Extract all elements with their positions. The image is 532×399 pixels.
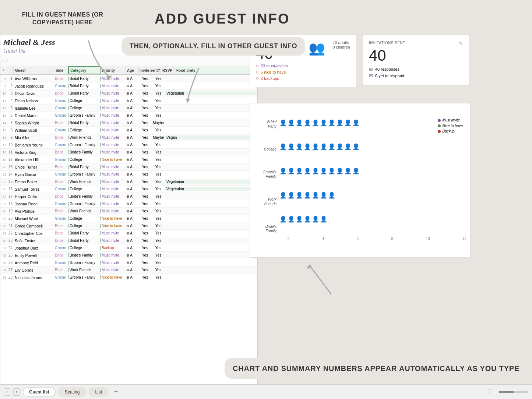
table-row: 17 10 Benjamin Young Groom Groom's Famil… <box>0 141 257 149</box>
chart-label-bridal: BridalParty <box>254 120 276 129</box>
table-row: 28 21 Grace Campbell Bride College Nice … <box>0 222 257 230</box>
col-header-guest: Guest <box>14 66 54 74</box>
people-icon: 👥 <box>309 40 325 56</box>
table-row: 26 19 Ava Phillips Bride Work Friends Mu… <box>0 208 257 215</box>
invitations-number: 40 <box>369 48 463 63</box>
table-row: 33 26 Anthony Reid Groom Groom's Family … <box>0 259 257 266</box>
table-row: 11 4 Ethan Nelson Groom College Must inv… <box>0 97 257 105</box>
yet-to-respond-stat: ✉ 0 yet to respond <box>369 73 463 79</box>
page-title: ADD GUEST INFO <box>155 11 290 27</box>
children-stat: 0 children <box>332 45 350 49</box>
chart-row-work: 👤 👤 👤 👤 👤 👤 👤 <box>279 186 466 205</box>
table-row: 24 17 Harper Collis Bride Bride's Family… <box>0 193 257 200</box>
table-row: 18 11 Victoria King Bride Bride's Family… <box>0 149 257 156</box>
table-row: 27 20 Michael Ward Groom College Nice to… <box>0 215 257 222</box>
nice-to-have-stat: ○ 5 nice to have <box>256 69 309 75</box>
tab-bar: ‹ › Guest list Seating List + ⋮ <box>0 384 532 399</box>
table-row: 22 15 Emma Baker Bride Work Friends Must… <box>0 178 257 186</box>
table-row: 14 7 Sophia Wright Bride Bridal Party Mu… <box>0 119 257 127</box>
chart-row-college: 👤 👤 👤 👤 👤 👤 👤 👤 👤 👤 <box>279 138 466 156</box>
col-header-category: Category <box>68 66 101 74</box>
spreadsheet: Michael & Jess Guest list 3–6 7 Guest Si… <box>0 35 258 384</box>
table-row: 34 27 Lily Collins Bride Work Friends Mu… <box>0 266 257 274</box>
chart-row-grooms: 👤 👤 👤 👤 👤 👤 👤 👤 👤 👤 <box>279 162 466 180</box>
table-row: 23 16 Samuel Torres Groom College Must i… <box>0 186 257 193</box>
col-header-age: Age <box>126 66 139 74</box>
col-header-invite: Invite sent? <box>139 66 161 74</box>
table-row: 20 13 Chloe Turner Bride Bridal Party Mu… <box>0 163 257 171</box>
callout-fill-names: FILL IN GUEST NAMES (OR COPY/PASTE) HERE <box>11 7 114 30</box>
chart-label-college: College <box>254 147 276 152</box>
chart-x-axis: - 2 4 6 8 10 12 <box>254 237 466 241</box>
callout-chart-auto: CHART AND SUMMARY NUMBERS APPEAR AUTOMAT… <box>225 358 528 379</box>
person-icon: 👤 <box>279 120 287 126</box>
chart-label-brides: Bride'sFamily <box>254 225 276 233</box>
table-row: 8 1 Ava Williams Bride Bridal Party Must… <box>0 75 257 82</box>
callout-other-info: THEN, OPTIONALLY, FILL IN OTHER GUEST IN… <box>121 37 305 56</box>
col-header-priority: Priority <box>101 66 126 74</box>
zoom-slider[interactable] <box>499 391 528 393</box>
tab-guest-list[interactable]: Guest list <box>23 388 56 396</box>
svg-marker-2 <box>307 264 311 269</box>
chart-legend: Must invite Nice to have Backup <box>438 118 463 135</box>
table-row: 19 12 Alexander Hill Groom College Nice … <box>0 156 257 163</box>
chart-label-grooms: Groom'sFamily <box>254 170 276 179</box>
chart-area: BridalParty College Groom'sFamily WorkFr… <box>250 103 471 258</box>
tab-seating[interactable]: Seating <box>59 388 86 396</box>
table-row: 9 2 Jacob Rodriguez Groom Bridal Party M… <box>0 82 257 90</box>
table-row: 12 5 Isabelle Lee Groom College Must inv… <box>0 105 257 112</box>
table-row: 16 9 Mia Allen Bride Work Friends Must i… <box>0 134 257 141</box>
table-row: 21 14 Ryan Garcia Groom Groom's Family M… <box>0 171 257 178</box>
table-row: 32 25 Emily Powell Bride Bride's Family … <box>0 252 257 259</box>
invitations-label: INVITATIONS SENT <box>369 41 405 45</box>
tab-prev-button[interactable]: ‹ <box>4 388 10 396</box>
table-row: 25 18 Joshua Reed Groom Groom's Family M… <box>0 200 257 208</box>
legend-nice: Nice to have <box>438 124 463 128</box>
table-row: 13 6 Daniel Martin Groom Groom's Family … <box>0 112 257 119</box>
chart-label-work: WorkFriends <box>254 197 276 206</box>
tab-more-button[interactable]: ⋮ <box>486 388 492 395</box>
table-row: 10 3 Olivia Davis Bride Bridal Party Mus… <box>0 90 257 97</box>
chart-y-labels: BridalParty College Groom'sFamily WorkFr… <box>254 111 279 243</box>
tab-list[interactable]: List <box>89 388 108 396</box>
backups-stat: ○ 2 backups <box>256 75 309 81</box>
chart-row-brides: 👤 👤 👤 👤 👤 👤 <box>279 210 466 229</box>
legend-backup: Backup <box>438 129 463 133</box>
table-row: 35 28 Nicholas James Groom Groom's Famil… <box>0 274 257 281</box>
table-row: 30 23 Sofia Foster Bride Bridal Party Mu… <box>0 237 257 244</box>
legend-must: Must invite <box>438 118 463 122</box>
invitations-panel: INVITATIONS SENT ✎ 40 ✉ 40 responses ✉ 0… <box>363 35 469 85</box>
edit-icon[interactable]: ✎ <box>459 40 463 46</box>
zoom-control <box>499 391 528 393</box>
adults-stat: 40 adults <box>332 40 350 45</box>
table-row: 15 8 William Scott Groom College Must in… <box>0 127 257 134</box>
tab-next-button[interactable]: › <box>13 388 20 396</box>
table-row: 29 22 Christopher Cox Bride Bridal Party… <box>0 230 257 237</box>
responses-stat: ✉ 40 responses <box>369 66 463 72</box>
arrow3-icon <box>302 261 346 298</box>
tab-add-button[interactable]: + <box>111 388 121 396</box>
must-invites-stat: ○ 33 must-invites <box>256 63 309 68</box>
table-body: 8 1 Ava Williams Bride Bridal Party Must… <box>0 75 257 281</box>
col-header-side: Side <box>54 66 68 74</box>
table-row: 31 24 Joashua Diaz Groom College Backup … <box>0 244 257 252</box>
col-header-food: Food prefs <box>175 66 257 74</box>
col-header-rsvp: RSVP <box>161 66 175 74</box>
